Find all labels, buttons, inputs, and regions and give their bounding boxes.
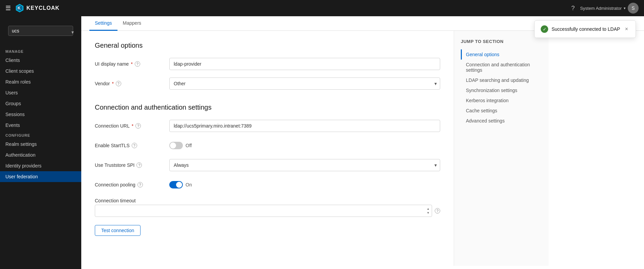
jump-to-general-options[interactable]: General options bbox=[461, 49, 542, 60]
connection-url-group: Connection URL * ? bbox=[95, 119, 440, 132]
right-panel: Jump to section General options Connecti… bbox=[454, 31, 549, 266]
timeout-help-icon[interactable]: ? bbox=[435, 208, 440, 214]
timeout-up-arrow-icon[interactable]: ▲ bbox=[426, 207, 431, 211]
truststore-select[interactable]: Always bbox=[169, 159, 440, 171]
sidebar-item-users[interactable]: Users bbox=[0, 87, 81, 98]
ui-display-name-group: UI display name * ? bbox=[95, 58, 440, 70]
sidebar-item-realm-settings[interactable]: Realm settings bbox=[0, 139, 81, 150]
jump-to-connection-auth[interactable]: Connection and authentication settings bbox=[461, 60, 542, 75]
sidebar-item-authentication[interactable]: Authentication bbox=[0, 150, 81, 160]
ui-display-name-input[interactable] bbox=[169, 58, 440, 70]
enable-starttls-group: Enable StartTLS ? Off bbox=[95, 139, 440, 152]
sidebar-item-identity-providers[interactable]: Identity providers bbox=[0, 160, 81, 171]
general-options-title: General options bbox=[95, 42, 440, 49]
timeout-arrows: ▲ ▼ bbox=[426, 205, 431, 217]
connection-pooling-group: Connection pooling ? On bbox=[95, 178, 440, 191]
ui-display-name-help-icon[interactable]: ? bbox=[135, 61, 140, 67]
vendor-help-icon[interactable]: ? bbox=[116, 81, 121, 86]
toast-success-icon: ✓ bbox=[541, 25, 548, 33]
connection-pooling-label: Connection pooling ? bbox=[95, 182, 169, 187]
use-truststore-group: Use Truststore SPI ? Always ▾ bbox=[95, 159, 440, 172]
connection-auth-section: Connection and authentication settings C… bbox=[95, 104, 440, 236]
logo-text: KEYCLOAK bbox=[26, 5, 60, 11]
sidebar-item-client-scopes[interactable]: Client scopes bbox=[0, 66, 81, 76]
starttls-toggle-label: Off bbox=[186, 143, 192, 148]
realm-selector[interactable]: ucs bbox=[8, 26, 73, 36]
vendor-select[interactable]: Other bbox=[169, 77, 440, 90]
starttls-toggle[interactable] bbox=[169, 142, 183, 149]
tab-settings[interactable]: Settings bbox=[89, 16, 117, 31]
configure-section-label: Configure bbox=[0, 131, 81, 139]
vendor-label: Vendor * ? bbox=[95, 81, 169, 86]
user-name: System Administrator bbox=[580, 6, 622, 11]
truststore-select-wrapper: Always ▾ bbox=[169, 159, 440, 171]
sidebar: ucs ▾ Manage Clients Client scopes Realm… bbox=[0, 16, 81, 269]
navbar: ☰ K KEYCLOAK ? System Administrator ▾ S bbox=[0, 0, 644, 16]
jump-to-cache-settings[interactable]: Cache settings bbox=[461, 106, 542, 116]
required-marker: * bbox=[131, 61, 132, 67]
starttls-toggle-wrapper: Off bbox=[169, 142, 192, 149]
sidebar-item-user-federation[interactable]: User federation bbox=[0, 171, 81, 182]
pooling-toggle-knob bbox=[176, 182, 182, 188]
layout: ucs ▾ Manage Clients Client scopes Realm… bbox=[0, 16, 644, 269]
timeout-input-wrapper: ▲ ▼ bbox=[95, 205, 432, 217]
test-connection-button[interactable]: Test connection bbox=[95, 225, 141, 236]
toast-close-button[interactable]: × bbox=[624, 25, 629, 33]
toast-notification: ✓ Successfully connected to LDAP × bbox=[534, 20, 636, 38]
jump-to-advanced-settings[interactable]: Advanced settings bbox=[461, 116, 542, 126]
connection-timeout-input[interactable] bbox=[95, 205, 432, 217]
enable-starttls-label: Enable StartTLS ? bbox=[95, 143, 169, 148]
timeout-down-arrow-icon[interactable]: ▼ bbox=[426, 211, 431, 215]
form-area: General options UI display name * ? Vend… bbox=[81, 31, 454, 266]
pooling-help-icon[interactable]: ? bbox=[137, 182, 143, 187]
toast-message: Successfully connected to LDAP bbox=[552, 26, 620, 32]
jump-to-ldap-searching[interactable]: LDAP searching and updating bbox=[461, 75, 542, 85]
connection-url-label: Connection URL * ? bbox=[95, 123, 169, 129]
pooling-toggle-label: On bbox=[186, 182, 192, 187]
sidebar-item-events[interactable]: Events bbox=[0, 120, 81, 131]
required-marker-vendor: * bbox=[112, 81, 113, 86]
sidebar-item-sessions[interactable]: Sessions bbox=[0, 109, 81, 120]
connection-url-input[interactable] bbox=[169, 120, 440, 132]
connection-timeout-label: Connection timeout bbox=[95, 198, 169, 203]
help-icon[interactable]: ? bbox=[571, 5, 575, 12]
navbar-right: ? System Administrator ▾ S bbox=[571, 3, 639, 14]
jump-to-kerberos[interactable]: Kerberos integration bbox=[461, 95, 542, 106]
sidebar-item-realm-roles[interactable]: Realm roles bbox=[0, 76, 81, 87]
connection-url-help-icon[interactable]: ? bbox=[135, 123, 141, 129]
svg-text:K: K bbox=[18, 6, 21, 10]
vendor-group: Vendor * ? Other ▾ bbox=[95, 77, 440, 90]
sidebar-item-clients[interactable]: Clients bbox=[0, 55, 81, 66]
hamburger-menu[interactable]: ☰ bbox=[5, 4, 11, 12]
required-marker-url: * bbox=[132, 123, 133, 129]
avatar: S bbox=[628, 3, 639, 14]
vendor-select-wrapper: Other ▾ bbox=[169, 77, 440, 90]
pooling-toggle[interactable] bbox=[169, 181, 183, 188]
pooling-toggle-wrapper: On bbox=[169, 181, 192, 188]
jump-to-sync-settings[interactable]: Synchronization settings bbox=[461, 85, 542, 95]
jump-to-title: Jump to section bbox=[461, 39, 542, 44]
main-content: Settings Mappers General options UI disp… bbox=[81, 16, 644, 269]
tab-mappers[interactable]: Mappers bbox=[117, 16, 147, 31]
manage-section-label: Manage bbox=[0, 47, 81, 55]
sidebar-item-groups[interactable]: Groups bbox=[0, 98, 81, 109]
logo: K KEYCLOAK bbox=[15, 3, 60, 13]
ui-display-name-label: UI display name * ? bbox=[95, 61, 169, 67]
truststore-help-icon[interactable]: ? bbox=[136, 162, 142, 168]
dropdown-arrow-icon: ▾ bbox=[624, 6, 626, 10]
keycloak-logo-icon: K bbox=[15, 3, 24, 13]
connection-auth-title: Connection and authentication settings bbox=[95, 104, 440, 111]
use-truststore-label: Use Truststore SPI ? bbox=[95, 162, 169, 168]
starttls-toggle-knob bbox=[170, 142, 176, 149]
connection-timeout-group: Connection timeout ▲ ▼ ? bbox=[95, 198, 440, 217]
general-options-section: General options UI display name * ? Vend… bbox=[95, 42, 440, 90]
content-wrapper: General options UI display name * ? Vend… bbox=[81, 31, 644, 266]
starttls-help-icon[interactable]: ? bbox=[132, 143, 137, 148]
user-menu[interactable]: System Administrator ▾ S bbox=[580, 3, 639, 14]
test-connection-wrapper: Test connection bbox=[95, 225, 440, 236]
